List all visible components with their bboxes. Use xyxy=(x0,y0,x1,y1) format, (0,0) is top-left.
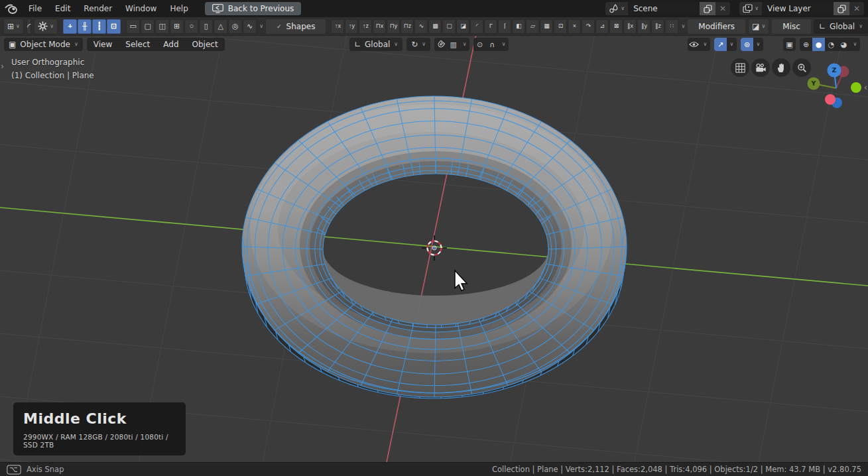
parallelogram-icon[interactable]: ▱ xyxy=(526,19,539,34)
orientation-axes-icon: ∟ xyxy=(354,40,361,49)
visibility-button[interactable] xyxy=(688,38,700,51)
corner-curve-icon[interactable]: ◜ xyxy=(470,19,483,34)
hourglass-icon[interactable]: ⊠ xyxy=(609,19,623,34)
diagonal-square-icon[interactable]: ◪ xyxy=(456,19,469,34)
toolbar-expand-arrow[interactable]: › xyxy=(1,61,4,71)
wire-cube-icon[interactable]: ▢ xyxy=(442,19,456,34)
move-y-icon[interactable]: ↑y xyxy=(345,19,358,34)
menu-object[interactable]: Object xyxy=(186,40,225,49)
cone-icon[interactable]: △ xyxy=(214,19,227,34)
corner-round-icon[interactable]: ⌈ xyxy=(498,19,511,34)
viewport-3d[interactable]: ZY ▣ Object Mode ∨ View Select Add Objec… xyxy=(0,36,868,462)
column-x-icon[interactable]: ∥x xyxy=(623,19,637,34)
dots-grid-icon[interactable]: ∷ xyxy=(665,19,678,34)
flatten-z-icon[interactable]: ⊓z xyxy=(401,19,414,34)
menu-render[interactable]: Render xyxy=(78,3,118,15)
menu-help[interactable]: Help xyxy=(164,3,194,15)
modifiers-button[interactable]: Modifiers xyxy=(688,19,745,34)
modifier-options-button[interactable]: ◪ ∨ xyxy=(748,19,769,34)
plane-icon[interactable]: ▭ xyxy=(126,19,140,34)
tool-options-button[interactable]: ∨ xyxy=(34,19,58,34)
cube-icon[interactable]: ▢ xyxy=(141,19,155,34)
wave-icon[interactable]: ∿ xyxy=(414,19,428,34)
snap-dropdown-chevron[interactable]: ∨ xyxy=(460,38,469,51)
sidebar-expand-arrow[interactable]: ‹ xyxy=(864,82,867,92)
flatten-y-icon[interactable]: ⊓y xyxy=(387,19,400,34)
triangle-icon[interactable]: ⊿ xyxy=(595,19,609,34)
strip-dropdown-chevron[interactable]: ∨ xyxy=(681,19,685,34)
half-fill-icon[interactable]: ◧ xyxy=(512,19,525,34)
shading-material-button[interactable]: ◔ xyxy=(825,38,837,51)
zoom-plus-icon xyxy=(797,63,807,73)
svg-text:Z: Z xyxy=(832,66,837,74)
shaded-cube-icon[interactable]: ▩ xyxy=(428,19,442,34)
scene-name-field[interactable]: Scene xyxy=(628,4,700,13)
sliders-tool-icon[interactable]: ╫ xyxy=(78,19,92,34)
circle-icon[interactable]: ○ xyxy=(184,19,198,34)
xray-toggle[interactable]: ▣ xyxy=(783,38,796,51)
menu-select[interactable]: Select xyxy=(119,40,156,49)
view-layer-browse-button[interactable]: ∨ xyxy=(739,2,762,15)
view-layer-selector: ∨ View Layer ✕ xyxy=(739,2,864,15)
gizmo-dropdown-chevron[interactable]: ∨ xyxy=(727,38,737,51)
flatten-x-icon[interactable]: ⊓x xyxy=(373,19,386,34)
grid-icon[interactable]: ⊞ xyxy=(170,19,184,34)
shading-wireframe-button[interactable]: ⊕ xyxy=(800,38,812,51)
column-z-icon[interactable]: ∥z xyxy=(651,19,664,34)
view-layer-copy-button[interactable] xyxy=(834,2,849,15)
cross-icon[interactable]: × xyxy=(568,19,581,34)
shapes-label: Shapes xyxy=(286,22,316,31)
shading-rendered-button[interactable]: ◕ xyxy=(837,38,850,51)
spiral-icon[interactable]: ∿ xyxy=(243,19,257,34)
viewport-canvas[interactable]: ZY xyxy=(0,36,868,462)
proportional-dropdown-chevron[interactable]: ∨ xyxy=(499,38,509,51)
transform-orientation-dropdown[interactable]: ∟ Global ∨ xyxy=(349,38,403,51)
zoom-view-button[interactable] xyxy=(792,58,811,77)
show-overlays-button[interactable]: ⊚ xyxy=(741,38,753,51)
menu-file[interactable]: File xyxy=(23,3,48,15)
menu-edit[interactable]: Edit xyxy=(49,3,76,15)
grid-ortho-button[interactable] xyxy=(731,58,749,77)
corner-tool-button[interactable]: ◜ xyxy=(27,19,31,34)
view-layer-name-field[interactable]: View Layer xyxy=(762,4,834,13)
curve-arrow-icon[interactable]: ↷ xyxy=(582,19,595,34)
shapes-button[interactable]: ✓ Shapes xyxy=(266,19,326,34)
proportional-edit-button[interactable]: ⊙ xyxy=(473,38,486,51)
show-gizmo-button[interactable]: ↗ xyxy=(714,38,727,51)
cube-tool-icon[interactable]: ⊡ xyxy=(107,19,121,34)
window-icon[interactable]: ▦ xyxy=(540,19,553,34)
misc-button[interactable]: Misc xyxy=(772,19,811,34)
move-z-icon[interactable]: ↑z xyxy=(359,19,372,34)
scene-copy-button[interactable] xyxy=(700,2,715,15)
mode-dropdown[interactable]: ▣ Object Mode ∨ xyxy=(4,38,83,51)
falloff-curve-icon[interactable]: ∩ xyxy=(486,38,499,51)
cylinder-icon[interactable]: ▯ xyxy=(199,19,213,34)
shapes-dropdown-chevron[interactable]: ∨ xyxy=(259,19,263,34)
pivot-point-dropdown[interactable]: ↻ ∨ xyxy=(406,38,430,51)
options-tool-icon[interactable]: ┇ xyxy=(92,19,106,34)
overlays-dropdown-chevron[interactable]: ∨ xyxy=(753,38,763,51)
pan-view-button[interactable] xyxy=(772,58,790,77)
camera-view-button[interactable] xyxy=(751,58,770,77)
menu-window[interactable]: Window xyxy=(119,3,162,15)
column-y-icon[interactable]: ∥y xyxy=(637,19,651,34)
back-to-previous-button[interactable]: Back to Previous xyxy=(205,2,302,15)
menu-add[interactable]: Add xyxy=(156,40,185,49)
view-layer-remove-button[interactable]: ✕ xyxy=(849,2,864,15)
corner-sharp-icon[interactable]: Γ xyxy=(484,19,497,34)
orientation-dropdown-top[interactable]: ∟ Global ∨ xyxy=(814,19,868,34)
shading-dropdown-chevron[interactable]: ∨ xyxy=(850,38,860,51)
shading-solid-button[interactable]: ● xyxy=(812,38,825,51)
circle-square-icon[interactable]: ⊡ xyxy=(554,19,567,34)
move-tool-icon[interactable]: + xyxy=(63,19,77,34)
menu-view[interactable]: View xyxy=(87,40,119,49)
snap-with-button[interactable]: ▥ xyxy=(447,38,460,51)
scene-browse-button[interactable]: ∨ xyxy=(605,2,628,15)
move-x-icon[interactable]: ↑x xyxy=(331,19,344,34)
snap-toggle-button[interactable] xyxy=(434,38,447,51)
editor-type-button[interactable]: ⊞ ∨ xyxy=(3,19,24,34)
visibility-dropdown-chevron[interactable]: ∨ xyxy=(700,38,710,51)
scene-unlink-button[interactable]: ✕ xyxy=(715,2,730,15)
torus-icon[interactable]: ◎ xyxy=(228,19,242,34)
rounded-cube-icon[interactable]: ◫ xyxy=(155,19,169,34)
